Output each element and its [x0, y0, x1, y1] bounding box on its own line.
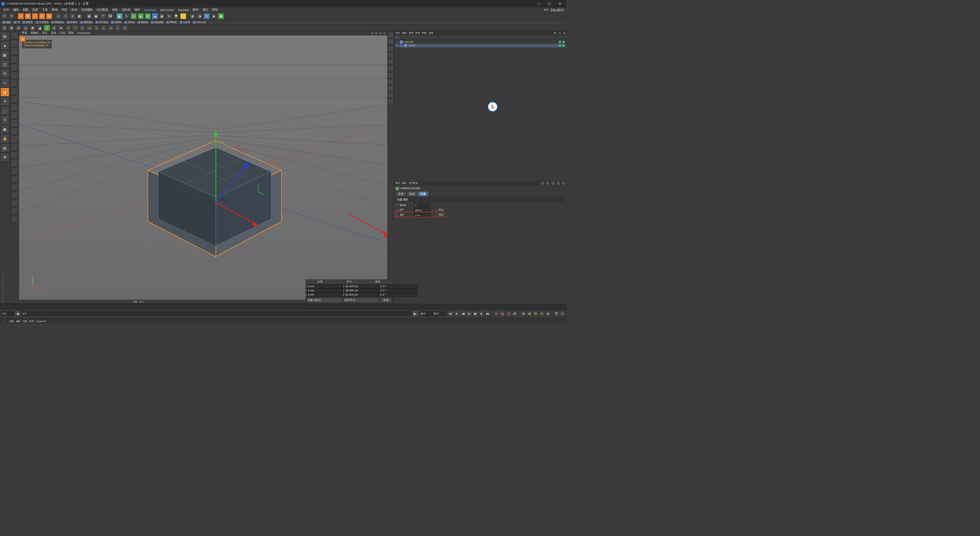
lt2-8[interactable] — [11, 88, 18, 95]
menu-动态图形[interactable]: 动态图形 — [95, 8, 109, 13]
lt2-5[interactable] — [11, 64, 18, 72]
coord-size-X[interactable] — [345, 284, 380, 288]
menu-RealFlow[interactable]: RealFlow — [142, 8, 158, 12]
tl-play[interactable]: ▶ — [467, 311, 472, 316]
generator2-button[interactable]: ◉ — [138, 13, 144, 19]
menu-插件[interactable]: 插件 — [132, 8, 142, 13]
lt2-1[interactable] — [11, 32, 18, 39]
vp-menu-选项[interactable]: 选项 — [50, 31, 58, 35]
attr-menu-编辑[interactable]: 编辑 — [402, 182, 407, 185]
cmd-10[interactable]: 〰 — [72, 25, 78, 31]
workplane2-button[interactable]: ▤ — [0, 144, 9, 152]
attr-nav-up[interactable] — [546, 182, 549, 185]
palette-7[interactable]: 环环体域 — [94, 20, 109, 24]
quantize-button[interactable]: ▦ — [0, 125, 9, 134]
lt2-12[interactable] — [11, 119, 18, 127]
rotate-button[interactable]: ⟳ — [39, 13, 45, 19]
lt2-23[interactable] — [11, 207, 18, 215]
menu-样条[interactable]: 样条 — [60, 8, 69, 13]
om-menu-查看[interactable]: 查看 — [409, 32, 413, 35]
vp-icon-1[interactable] — [371, 31, 374, 34]
lt2-17[interactable] — [11, 159, 18, 167]
om-menu-对象[interactable]: 对象 — [415, 32, 420, 35]
palette-8[interactable]: 线性域 — [110, 20, 123, 24]
scene-button[interactable]: 💡 — [173, 13, 179, 19]
vp-menu-摄像机[interactable]: 摄像机 — [29, 31, 40, 35]
cmd-15[interactable]: ⎌ — [108, 25, 114, 31]
cmd-14[interactable]: ⫰ — [100, 25, 106, 31]
make-editable-button[interactable]: ▥ — [0, 32, 9, 41]
attr-check-1[interactable] — [444, 209, 448, 212]
lt2-14[interactable] — [11, 136, 18, 143]
vis-editor-dot[interactable] — [559, 44, 561, 47]
om-view-icon[interactable]: 👁 — [563, 32, 565, 34]
tl-rot-key[interactable]: ⟳ — [533, 311, 538, 316]
cmd-13[interactable]: ∿ — [93, 25, 100, 31]
tl-next-key[interactable]: ⏵ — [479, 311, 484, 316]
rt-3[interactable] — [388, 46, 394, 51]
menu-Redshift[interactable]: Redshift — [176, 8, 191, 12]
snap-settings-button[interactable]: S — [0, 116, 9, 124]
vp-menu-ProRender[interactable]: ProRender — [76, 31, 91, 35]
bottom-tab-创建[interactable]: 创建 — [9, 320, 14, 323]
rt-6[interactable] — [388, 65, 394, 71]
vp-icon-4[interactable] — [383, 31, 386, 34]
close-button[interactable]: ✕ — [555, 0, 565, 7]
menu-帮助[interactable]: 帮助 — [210, 8, 219, 13]
om-menu-书签[interactable]: 书签 — [429, 32, 433, 35]
menu-选择[interactable]: 选择 — [31, 8, 40, 13]
rt-7[interactable] — [388, 72, 394, 78]
tl-pos-key[interactable]: ⊕ — [521, 311, 526, 316]
attr-spinner-2[interactable] — [431, 213, 434, 217]
render-pv-button[interactable]: 🎬 — [100, 13, 106, 19]
vp-icon-2[interactable] — [375, 31, 378, 34]
tl-range-left[interactable]: ◀ — [15, 310, 21, 317]
attr-spinner-1[interactable] — [431, 208, 434, 212]
render-settings-button[interactable]: 🎞 — [107, 13, 113, 19]
environment-button[interactable]: ☁ — [152, 13, 158, 19]
axis-y-button[interactable]: Y — [62, 13, 69, 19]
attr-nav-prev[interactable] — [541, 182, 544, 185]
bottom-tab-Cycles 4D[interactable]: Cycles 4D — [36, 320, 46, 322]
redo-button[interactable]: ↷ — [8, 13, 15, 19]
primitive-button[interactable]: ◆ — [116, 13, 122, 19]
coord-pos-Z[interactable] — [307, 293, 343, 297]
attr-check-2[interactable] — [444, 213, 448, 216]
lt2-22[interactable] — [11, 199, 18, 207]
render-view-button[interactable]: ▦ — [86, 13, 92, 19]
tl-param-key[interactable]: P — [539, 311, 544, 316]
cmd-2[interactable]: ⊞ — [8, 25, 15, 31]
palette-2[interactable]: 参数域 — [21, 20, 34, 24]
palette-9[interactable]: 径向域 — [123, 20, 136, 24]
rt-4[interactable] — [388, 52, 394, 58]
attr-anim-dot[interactable] — [395, 204, 398, 206]
palette-10[interactable]: 随机域 — [136, 20, 149, 24]
cmd-3[interactable]: ⊟ — [15, 25, 21, 31]
rt-2[interactable] — [388, 39, 394, 45]
palette-1[interactable]: 域 — [12, 20, 21, 24]
move-button[interactable]: ✥ — [25, 13, 31, 19]
om-search-icon[interactable]: 🔍 — [554, 32, 557, 34]
bottom-tab-功能[interactable]: 功能 — [23, 320, 27, 323]
tl-range-right[interactable]: ▶ — [412, 310, 418, 317]
menu-工具[interactable]: 工具 — [40, 8, 49, 13]
scale-button[interactable]: ⤢ — [32, 13, 38, 19]
axis-x-button[interactable]: X — [56, 13, 62, 19]
vp-icon-3[interactable] — [379, 31, 382, 34]
palette-0[interactable]: 域组 — [1, 20, 12, 24]
lt2-13[interactable] — [11, 127, 18, 135]
point-mode-button[interactable]: ⊡ — [0, 69, 9, 78]
cmd-1[interactable]: ☰ — [1, 25, 7, 31]
lt2-6[interactable] — [11, 72, 18, 79]
coord-size-Z[interactable] — [344, 293, 380, 297]
layout-select[interactable]: 启动 (用户) — [549, 8, 565, 12]
tl-play-fwd[interactable]: ▶ — [473, 311, 478, 316]
om-row-0[interactable]: ▾布料曲面 — [395, 40, 566, 44]
rt-8[interactable] — [388, 79, 394, 85]
lt2-11[interactable] — [11, 111, 18, 119]
tl-prev-key[interactable]: ⏴ — [454, 311, 459, 316]
rt-1[interactable] — [388, 32, 394, 38]
attr-menu-用户数据[interactable]: 用户数据 — [409, 182, 418, 185]
coord-mode-a[interactable]: 对象 (相对) — [306, 298, 342, 303]
lt2-24[interactable] — [11, 215, 18, 223]
